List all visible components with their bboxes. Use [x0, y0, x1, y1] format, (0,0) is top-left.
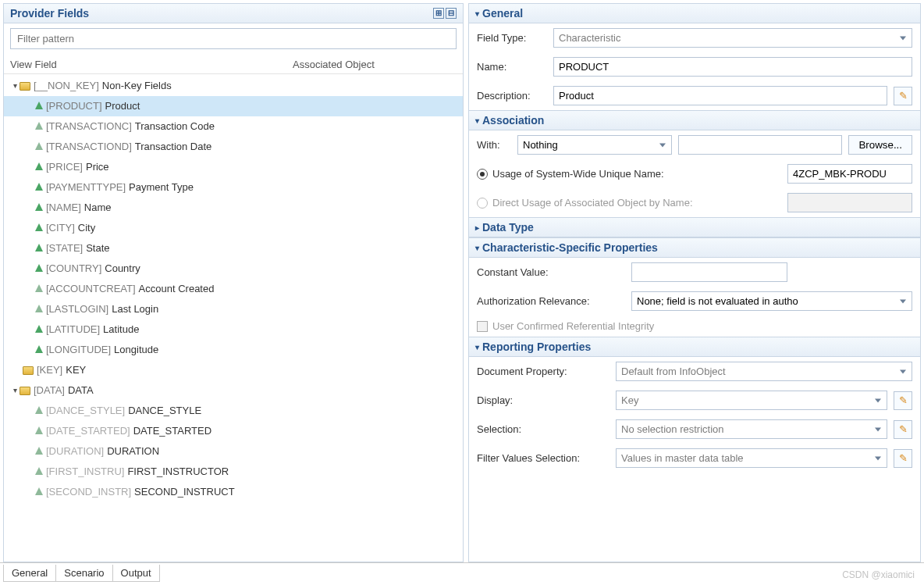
chevron-down-icon: ▾	[475, 244, 479, 252]
tree-item[interactable]: [NAME]Name	[4, 198, 463, 218]
tree-item[interactable]: [CITY]City	[4, 218, 463, 238]
tree-item[interactable]: [COUNTRY]Country	[4, 259, 463, 279]
tab-general[interactable]: General	[3, 565, 56, 582]
radio-system-wide[interactable]: Usage of System-Wide Unique Name:	[469, 159, 920, 188]
tree-item[interactable]: [ACCOUNTCREAT]Account Created	[4, 279, 463, 299]
collapse-all-icon[interactable]: ⊟	[446, 8, 457, 19]
with-select[interactable]	[517, 135, 672, 155]
name-label: Name:	[477, 61, 547, 73]
radio-label: Usage of System-Wide Unique Name:	[492, 168, 783, 180]
char-icon	[35, 244, 43, 251]
chevron-right-icon: ▸	[475, 223, 479, 232]
char-icon	[35, 325, 43, 333]
filter-pattern-input[interactable]	[10, 28, 457, 49]
section-data-type[interactable]: ▸ Data Type	[469, 217, 920, 237]
section-title: Association	[482, 114, 544, 127]
tree-item[interactable]: [LONGITUDE]Longitude	[4, 340, 463, 360]
constant-value-label: Constant Value:	[477, 266, 625, 278]
tree-item[interactable]: [STATE]State	[4, 238, 463, 259]
radio-direct-usage: Direct Usage of Associated Object by Nam…	[469, 188, 920, 217]
provider-fields-header: Provider Fields ⊞ ⊟	[4, 4, 463, 23]
constant-value-input[interactable]	[631, 262, 787, 282]
col-view-field[interactable]: View Field	[10, 59, 293, 70]
group-label: Non-Key Fields	[102, 77, 172, 95]
data-children: [DANCE_STYLE]DANCE_STYLE [DATE_STARTED]D…	[4, 401, 463, 502]
name-input[interactable]	[553, 57, 912, 77]
section-char-specific[interactable]: ▾ Characteristic-Specific Properties	[469, 237, 920, 258]
chevron-down-icon: ▾	[475, 343, 479, 351]
display-select[interactable]	[616, 391, 887, 410]
group-key: [__NON_KEY]	[34, 77, 99, 95]
ref-integrity-checkbox[interactable]: User Confirmed Referential Integrity	[469, 316, 920, 337]
with-label: With:	[477, 139, 511, 151]
tree-item[interactable]: [PAYMENTTYPE]Payment Type	[4, 177, 463, 198]
section-reporting[interactable]: ▾ Reporting Properties	[469, 337, 920, 357]
tree-item[interactable]: [LATITUDE]Latitude	[4, 319, 463, 340]
section-title: Reporting Properties	[482, 341, 591, 353]
tree-item[interactable]: [FIRST_INSTRU]FIRST_INSTRUCTOR	[4, 462, 463, 482]
tree-group-key[interactable]: [KEY] KEY	[4, 360, 463, 380]
with-value-input[interactable]	[678, 135, 842, 155]
field-tree[interactable]: ▾ [__NON_KEY] Non-Key Fields [PRODUCT]Pr…	[4, 74, 463, 562]
tree-item[interactable]: [PRICE]Price	[4, 157, 463, 177]
section-general[interactable]: ▾ General	[469, 4, 920, 23]
section-title: General	[482, 7, 523, 20]
radio-icon	[477, 198, 488, 209]
col-associated-object[interactable]: Associated Object	[293, 59, 457, 70]
display-label: Display:	[477, 394, 609, 406]
tab-output[interactable]: Output	[112, 565, 160, 582]
group-label: DATA	[68, 382, 94, 399]
tree-group-data[interactable]: ▾ [DATA] DATA	[4, 380, 463, 401]
checkbox-label: User Confirmed Referential Integrity	[492, 320, 654, 332]
tree-item[interactable]: [LASTLOGIN]Last Login	[4, 299, 463, 319]
char-icon	[35, 162, 43, 170]
doc-property-label: Document Property:	[477, 366, 609, 377]
watermark: CSDN @xiaomici	[842, 569, 915, 580]
browse-button[interactable]: Browse...	[848, 135, 912, 155]
fvs-select[interactable]	[616, 448, 887, 468]
folder-icon	[20, 82, 30, 91]
folder-icon	[20, 387, 30, 395]
edit-selection-button[interactable]	[894, 420, 912, 439]
provider-fields-title: Provider Fields	[10, 7, 89, 20]
description-input[interactable]	[553, 86, 887, 105]
char-icon	[35, 142, 43, 150]
char-icon	[35, 203, 43, 211]
tree-item[interactable]: [DURATION]DURATION	[4, 441, 463, 462]
section-title: Characteristic-Specific Properties	[482, 241, 658, 254]
char-icon	[35, 487, 43, 495]
edit-display-button[interactable]	[894, 391, 912, 410]
edit-description-button[interactable]	[894, 87, 912, 105]
auth-relevance-select[interactable]	[631, 291, 912, 311]
selection-select[interactable]	[616, 419, 887, 439]
tree-item[interactable]: [TRANSACTIONC]Transaction Code	[4, 116, 463, 137]
expand-all-icon[interactable]: ⊞	[433, 8, 444, 19]
tree-group-nonkey[interactable]: ▾ [__NON_KEY] Non-Key Fields	[4, 76, 463, 96]
pencil-icon	[899, 423, 908, 435]
tree-item[interactable]: [SECOND_INSTR]SECOND_INSTRUCT	[4, 482, 463, 502]
chevron-down-icon[interactable]: ▾	[10, 77, 20, 95]
doc-property-select[interactable]	[616, 362, 912, 381]
unique-name-input[interactable]	[787, 164, 912, 184]
tree-header: View Field Associated Object	[4, 54, 463, 74]
tree-item[interactable]: [PRODUCT]Product	[4, 96, 463, 116]
field-type-select[interactable]	[553, 28, 912, 48]
chevron-down-icon: ▾	[475, 116, 479, 125]
properties-panel: ▾ General Field Type: Name: Description:	[468, 3, 921, 562]
app-root: Provider Fields ⊞ ⊟ View Field Associate…	[0, 0, 924, 585]
chevron-down-icon[interactable]: ▾	[10, 382, 20, 399]
section-association[interactable]: ▾ Association	[469, 110, 920, 130]
tree-item[interactable]: [DATE_STARTED]DATE_STARTED	[4, 421, 463, 441]
char-icon	[35, 223, 43, 231]
radio-label: Direct Usage of Associated Object by Nam…	[492, 197, 783, 209]
chevron-down-icon: ▾	[475, 9, 479, 18]
char-icon	[35, 447, 43, 455]
section-title: Data Type	[482, 221, 534, 234]
direct-name-input	[787, 193, 912, 212]
tab-scenario[interactable]: Scenario	[55, 565, 112, 582]
tree-item[interactable]: [DANCE_STYLE]DANCE_STYLE	[4, 401, 463, 421]
tree-item[interactable]: [TRANSACTIOND]Transaction Date	[4, 137, 463, 157]
group-label: KEY	[66, 362, 86, 379]
edit-fvs-button[interactable]	[894, 449, 912, 468]
char-icon	[35, 183, 43, 191]
